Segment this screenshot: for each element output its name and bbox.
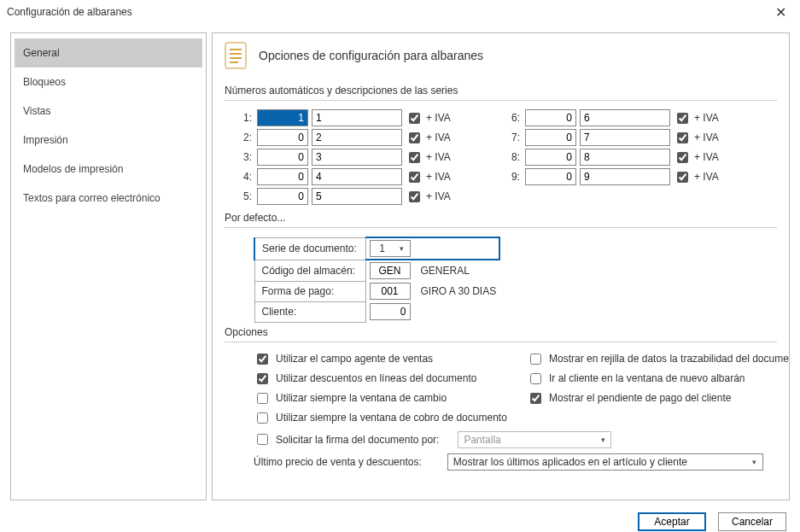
series-desc-input[interactable]: [312, 109, 402, 126]
series-index: 7:: [505, 132, 522, 143]
series-iva-label: + IVA: [694, 112, 735, 124]
option-checkbox[interactable]: [530, 373, 541, 384]
series-iva-checkbox[interactable]: [677, 152, 688, 163]
default-code-input[interactable]: [370, 303, 411, 320]
default-desc: [414, 237, 500, 260]
option-label: Utilizar siempre la ventana de cobro de …: [276, 412, 507, 424]
sidebar-item-3[interactable]: Impresión: [15, 126, 202, 155]
series-num-input[interactable]: [257, 129, 308, 146]
series-iva-label: + IVA: [426, 171, 467, 183]
series-desc-input[interactable]: [580, 109, 670, 126]
series-index: 5:: [236, 190, 254, 202]
default-desc: [414, 301, 500, 322]
series-index: 4:: [236, 171, 254, 183]
button-bar: Aceptar Cancelar: [0, 509, 800, 532]
default-label: Código del almacén:: [254, 260, 365, 281]
series-iva-checkbox[interactable]: [677, 172, 688, 183]
option-checkbox[interactable]: [257, 354, 268, 365]
series-iva-checkbox[interactable]: [409, 113, 420, 124]
series-desc-input[interactable]: [580, 149, 670, 166]
sidebar-item-5[interactable]: Textos para correo electrónico: [15, 184, 202, 213]
series-iva-label: + IVA: [694, 151, 735, 163]
options-grid: Utilizar el campo agente de ventasMostra…: [254, 351, 777, 426]
sidebar-item-1[interactable]: Bloqueos: [15, 67, 202, 96]
close-icon[interactable]: ✕: [768, 4, 793, 20]
series-desc-input[interactable]: [580, 129, 670, 146]
series-num-input[interactable]: [257, 188, 308, 205]
default-code-input[interactable]: [370, 283, 411, 300]
series-iva-label: + IVA: [426, 151, 467, 163]
series-grid: 1:+ IVA6:+ IVA2:+ IVA7:+ IVA3:+ IVA8:+ I…: [236, 109, 777, 205]
default-desc: GENERAL: [414, 260, 500, 281]
option-checkbox[interactable]: [530, 354, 541, 365]
series-num-input[interactable]: [525, 109, 576, 126]
option-label: Mostrar el pendiente de pago del cliente: [549, 392, 731, 404]
default-select-value: 1: [371, 243, 394, 254]
series-index: 3:: [236, 151, 254, 163]
lastprice-select[interactable]: Mostrar los últimos aplicados en el artí…: [447, 453, 763, 471]
series-iva-checkbox[interactable]: [409, 172, 420, 183]
sidebar-item-0[interactable]: General: [15, 38, 202, 67]
defaults-table: Serie de documento:1▾Código del almacén:…: [254, 237, 500, 323]
series-desc-input[interactable]: [312, 168, 402, 185]
chevron-down-icon: ▾: [595, 436, 610, 444]
series-index: 6:: [505, 112, 522, 124]
series-desc-input[interactable]: [312, 129, 402, 146]
series-iva-checkbox[interactable]: [409, 132, 420, 143]
series-desc-input[interactable]: [312, 188, 402, 205]
sign-checkbox[interactable]: [257, 434, 268, 445]
default-code-input[interactable]: [370, 262, 411, 279]
window-title: Configuración de albaranes: [7, 6, 132, 18]
sidebar-item-2[interactable]: Vistas: [15, 96, 202, 126]
default-label: Cliente:: [254, 301, 365, 322]
page-title: Opciones de configuración para albaranes: [259, 49, 483, 62]
option-checkbox[interactable]: [257, 393, 268, 404]
section-defaults-heading: Por defecto...: [225, 212, 777, 228]
series-num-input[interactable]: [257, 109, 308, 126]
series-iva-checkbox[interactable]: [409, 152, 420, 163]
series-iva-label: + IVA: [426, 190, 467, 202]
series-iva-checkbox[interactable]: [677, 132, 688, 143]
series-index: 2:: [236, 132, 254, 143]
sign-select-value: Pantalla: [458, 434, 595, 446]
default-label: Forma de pago:: [254, 281, 365, 301]
option-label: Ir al cliente en la ventana de nuevo alb…: [549, 372, 745, 384]
section-series-heading: Números automáticos y descripciones de l…: [225, 85, 777, 101]
accept-button[interactable]: Aceptar: [638, 512, 706, 531]
option-label: Utilizar siempre la ventana de cambio: [276, 392, 447, 404]
series-num-input[interactable]: [525, 149, 576, 166]
chevron-down-icon: ▾: [747, 458, 762, 466]
series-index: 8:: [505, 151, 522, 163]
option-checkbox[interactable]: [530, 393, 541, 404]
sign-label: Solicitar la firma del documento por:: [276, 434, 439, 446]
section-options-heading: Opciones: [225, 326, 777, 342]
sign-select[interactable]: Pantalla ▾: [458, 431, 611, 448]
default-desc: GIRO A 30 DIAS: [414, 281, 500, 301]
series-index: 1:: [236, 112, 254, 124]
default-label: Serie de documento:: [254, 237, 365, 260]
series-iva-label: + IVA: [426, 112, 467, 124]
lastprice-label: Último precio de venta y descuentos:: [254, 456, 422, 468]
option-label: Utilizar el campo agente de ventas: [276, 353, 433, 365]
default-select[interactable]: 1▾: [370, 240, 411, 257]
lastprice-select-value: Mostrar los últimos aplicados en el artí…: [448, 456, 747, 468]
sidebar-item-4[interactable]: Modelos de impresión: [15, 155, 202, 184]
cancel-button[interactable]: Cancelar: [718, 512, 786, 531]
series-desc-input[interactable]: [312, 149, 402, 166]
series-num-input[interactable]: [257, 149, 308, 166]
series-index: 9:: [505, 171, 522, 183]
series-iva-label: + IVA: [426, 132, 467, 143]
option-checkbox[interactable]: [257, 412, 268, 424]
series-iva-checkbox[interactable]: [677, 113, 688, 124]
main-panel: Opciones de configuración para albaranes…: [212, 32, 790, 500]
series-num-input[interactable]: [525, 129, 576, 146]
document-icon: [225, 42, 247, 69]
option-label: Mostrar en rejilla de datos la trazabili…: [549, 353, 790, 365]
series-num-input[interactable]: [257, 168, 308, 185]
option-checkbox[interactable]: [257, 373, 268, 384]
option-label: Utilizar descuentos en líneas del docume…: [276, 372, 476, 384]
series-desc-input[interactable]: [580, 168, 670, 185]
series-iva-checkbox[interactable]: [409, 191, 420, 202]
series-iva-label: + IVA: [694, 171, 735, 183]
series-num-input[interactable]: [525, 168, 576, 185]
